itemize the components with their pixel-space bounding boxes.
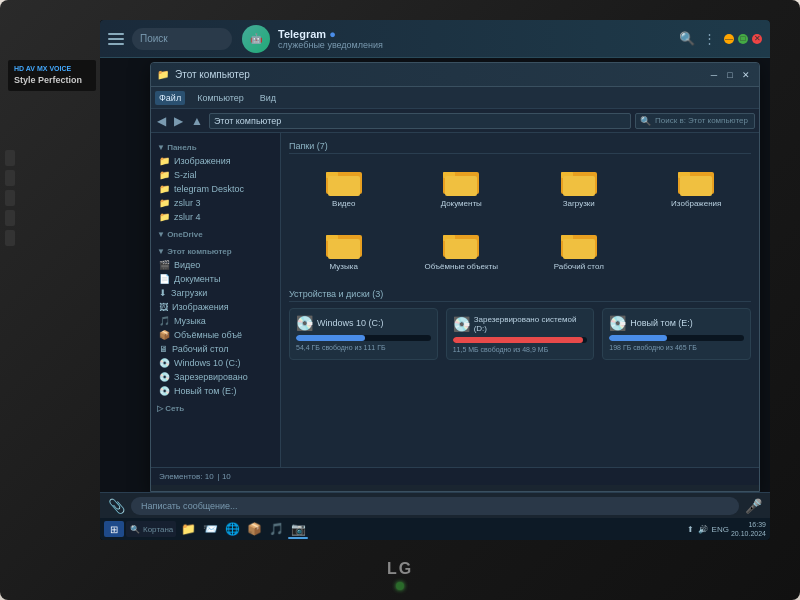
mic-icon[interactable]: 🎤 [745, 498, 762, 514]
brand-hd-label: HD AV MX VOICE [14, 64, 90, 73]
sidebar-item-szial[interactable]: 📁S-zial [151, 168, 280, 182]
telegram-search-box[interactable]: Поиск [132, 28, 232, 50]
folder-images[interactable]: Изображения [642, 160, 752, 215]
sidebar-music-icon: 🎵 [159, 316, 170, 326]
search-field[interactable]: 🔍 Поиск в: Этот компьютер [635, 113, 755, 129]
explorer-main: ▼ Панель 📁Изображения 📁S-zial 📁telegram … [151, 133, 759, 467]
side-btn-2[interactable] [5, 170, 15, 186]
explorer-addressbar: ◀ ▶ ▲ Этот компьютер 🔍 Поиск в: Этот ком… [151, 109, 759, 133]
taskbar-date-value: 20.10.2024 [731, 529, 766, 538]
tray-lang-label[interactable]: ENG [712, 525, 729, 534]
sidebar-item-music[interactable]: 🎵Музыка [151, 314, 280, 328]
sidebar-item-video[interactable]: 🎬Видео [151, 258, 280, 272]
svg-rect-17 [445, 239, 477, 259]
explorer-maximize-button[interactable]: □ [723, 68, 737, 82]
taskbar-app-explorer[interactable]: 📁 [178, 519, 198, 539]
drive-c-name: Windows 10 (C:) [317, 318, 384, 328]
sidebar-item-img[interactable]: 🖼Изображения [151, 300, 280, 314]
taskbar-app-store[interactable]: 📦 [244, 519, 264, 539]
menu-item-view[interactable]: Вид [256, 91, 280, 105]
drive-e-name: Новый том (E:) [630, 318, 693, 328]
folder-desktop[interactable]: Рабочий стол [524, 223, 634, 278]
folder-music[interactable]: Музыка [289, 223, 399, 278]
svg-rect-5 [445, 176, 477, 196]
drive-d-bar [453, 337, 588, 343]
folder-3dobjects-label: Объёмные объекты [424, 262, 498, 272]
sidebar-item-edrive[interactable]: 💿Новый том (E:) [151, 384, 280, 398]
folder-documents[interactable]: Документы [407, 160, 517, 215]
folder-video[interactable]: Видео [289, 160, 399, 215]
drive-e-icon: 💽 [609, 315, 626, 331]
side-btn-4[interactable] [5, 210, 15, 226]
drive-c[interactable]: 💽 Windows 10 (C:) 54,4 ГБ свободно из 11… [289, 308, 438, 360]
explorer-menubar: Файл Компьютер Вид [151, 87, 759, 109]
back-button[interactable]: ◀ [155, 114, 168, 128]
folder-3dobjects[interactable]: Объёмные объекты [407, 223, 517, 278]
svg-rect-20 [563, 239, 595, 259]
sidebar-item-zslur3[interactable]: 📁zslur 3 [151, 196, 280, 210]
drive-e-info: 198 ГБ свободно из 465 ГБ [609, 344, 744, 351]
drive-c-header: 💽 Windows 10 (C:) [296, 315, 431, 331]
explorer-close-button[interactable]: ✕ [739, 68, 753, 82]
explorer-statusbar: Элементов: 10 | 10 [151, 467, 759, 485]
folders-section-header: Папки (7) [289, 141, 751, 154]
taskbar-clock[interactable]: 16:39 20.10.2024 [731, 520, 766, 538]
drive-e[interactable]: 💽 Новый том (E:) 198 ГБ свободно из 465 … [602, 308, 751, 360]
forward-button[interactable]: ▶ [172, 114, 185, 128]
folder-downloads[interactable]: Загрузки [524, 160, 634, 215]
drive-d[interactable]: 💽 Зарезервировано системой (D:) 11,5 МБ … [446, 308, 595, 360]
telegram-close-button[interactable]: ✕ [752, 34, 762, 44]
drive-c-info: 54,4 ГБ свободно из 111 ГБ [296, 344, 431, 351]
folder-downloads-icon [561, 166, 597, 196]
sidebar-item-downloads[interactable]: ⬇Загрузки [151, 286, 280, 300]
svg-rect-2 [328, 176, 360, 196]
telegram-title: Telegram ● [278, 28, 679, 40]
explorer-minimize-button[interactable]: ─ [707, 68, 721, 82]
sidebar-item-ddrive[interactable]: 💿Зарезервировано [151, 370, 280, 384]
telegram-bar: Поиск 🤖 Telegram ● служебные уведомления… [100, 20, 770, 58]
taskbar-app-photos[interactable]: 📷 [288, 519, 308, 539]
menu-item-computer[interactable]: Компьютер [193, 91, 248, 105]
drive-d-icon: 💽 [453, 316, 470, 332]
taskbar-app-mail[interactable]: 📨 [200, 519, 220, 539]
telegram-more-icon[interactable]: ⋮ [703, 31, 716, 46]
telegram-action-icons: 🔍 ⋮ [679, 31, 716, 46]
attach-icon[interactable]: 📎 [108, 498, 125, 514]
telegram-menu-icon[interactable] [108, 33, 124, 45]
side-btn-1[interactable] [5, 150, 15, 166]
svg-rect-8 [563, 176, 595, 196]
monitor-logo: LG [387, 560, 413, 578]
address-field[interactable]: Этот компьютер [209, 113, 631, 129]
up-button[interactable]: ▲ [189, 114, 205, 128]
drive-c-icon: 💽 [296, 315, 313, 331]
sidebar-item-3d[interactable]: 📦Объёмные объё [151, 328, 280, 342]
start-button[interactable]: ⊞ [104, 521, 124, 537]
search-text: Поиск в: Этот компьютер [655, 116, 748, 125]
taskbar-app-music[interactable]: 🎵 [266, 519, 286, 539]
telegram-notification-dot: ● [329, 28, 336, 40]
side-btn-3[interactable] [5, 190, 15, 206]
sidebar-item-telegram[interactable]: 📁telegram Desktoc [151, 182, 280, 196]
taskbar-app-browser[interactable]: 🌐 [222, 519, 242, 539]
tray-up-icon[interactable]: ⬆ [687, 525, 694, 534]
sidebar-section-onedrive: ▼ OneDrive [151, 224, 280, 241]
telegram-title-area: Telegram ● служебные уведомления [278, 28, 679, 50]
sidebar-item-zslur4[interactable]: 📁zslur 4 [151, 210, 280, 224]
sidebar-item-cdrive[interactable]: 💿Windows 10 (C:) [151, 356, 280, 370]
telegram-minimize-button[interactable]: — [724, 34, 734, 44]
chat-input-field[interactable]: Написать сообщение... [131, 497, 739, 515]
drive-e-fill [609, 335, 667, 341]
sidebar-item-docs[interactable]: 📄Документы [151, 272, 280, 286]
telegram-search-icon[interactable]: 🔍 [679, 31, 695, 46]
side-btn-5[interactable] [5, 230, 15, 246]
taskbar-search[interactable]: 🔍 Кортана [126, 521, 176, 537]
telegram-maximize-button[interactable]: □ [738, 34, 748, 44]
sidebar-item-desktop[interactable]: 🖥Рабочий стол [151, 342, 280, 356]
menu-item-file[interactable]: Файл [155, 91, 185, 105]
monitor-power-led[interactable] [396, 582, 404, 590]
tray-volume-icon[interactable]: 🔊 [698, 525, 708, 534]
sidebar-item-images[interactable]: 📁Изображения [151, 154, 280, 168]
start-icon: ⊞ [110, 524, 118, 535]
screen-bezel: Поиск 🤖 Telegram ● служебные уведомления… [100, 20, 770, 540]
screen-content: Поиск 🤖 Telegram ● служебные уведомления… [100, 20, 770, 540]
